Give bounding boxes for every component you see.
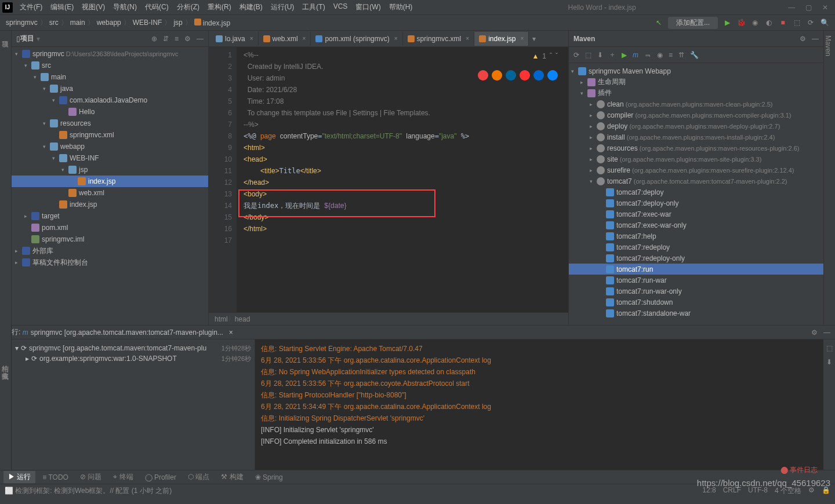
code-line[interactable]: <%@ page contentType="text/html;charset=… [244, 130, 568, 142]
select-open-icon[interactable]: ⊕ [151, 35, 157, 43]
maximize-icon[interactable]: ▢ [805, 3, 812, 12]
maven-tree-row[interactable]: ▸site (org.apache.maven.plugins:maven-si… [569, 154, 823, 165]
editor-bc-item[interactable]: html [215, 315, 228, 323]
search-icon[interactable]: 🔍 [820, 18, 829, 27]
code-line[interactable]: Time: 17:08 [244, 96, 568, 107]
menu-item[interactable]: 文件(F) [16, 1, 46, 13]
breadcrumb-item[interactable]: springmvc [6, 19, 38, 27]
bottom-tab[interactable]: ⊘ 问题 [75, 471, 106, 483]
maven-tree-row[interactable]: ▸clean (org.apache.maven.plugins:maven-c… [569, 98, 823, 109]
menu-item[interactable]: VCS [330, 1, 351, 13]
editor-breadcrumb[interactable]: html 〉 head [209, 312, 568, 325]
right-tool-strip[interactable]: Maven [823, 31, 835, 325]
soft-wrap-icon[interactable]: ⬚ [826, 344, 833, 352]
collapse-icon[interactable]: ≡ [175, 35, 179, 43]
menu-item[interactable]: 窗口(W) [352, 1, 384, 13]
tab-list-icon[interactable]: ▾ [532, 35, 536, 43]
bottom-tab[interactable]: ◯ Profiler [140, 472, 181, 483]
tree-row[interactable]: ▾springmvc D:\Users\23638\IdeaProjects\s… [12, 48, 208, 60]
tree-row[interactable]: ▸target [12, 210, 208, 222]
vcs-icon[interactable]: ⬚ [792, 18, 801, 27]
settings-icon[interactable]: 🔧 [690, 51, 699, 59]
next-highlight-icon[interactable]: ˇ [556, 50, 558, 62]
run-tab-title[interactable]: springmvc [org.apache.tomcat.maven:tomca… [31, 328, 223, 337]
code-line[interactable]: To change this template use File | Setti… [244, 107, 568, 119]
maven-tree-row[interactable]: ▸surefire (org.apache.maven.plugins:mave… [569, 165, 823, 176]
run-maven-icon[interactable]: ▶ [622, 51, 627, 59]
bottom-tab[interactable]: ▶ 运行 [3, 471, 35, 483]
code-line[interactable]: </head> [244, 177, 568, 188]
toggle-skip-icon[interactable]: ◉ [657, 51, 663, 59]
maven-tree-row[interactable]: tomcat7:standalone-war [569, 308, 823, 319]
editor-tab[interactable]: pom.xml (springmvc)× [311, 32, 402, 46]
code-line[interactable]: <body> [244, 188, 568, 200]
warning-icon[interactable]: ▲ [532, 50, 539, 62]
tree-row[interactable]: Hello [12, 106, 208, 118]
tree-row[interactable]: ▾WEB-INF [12, 152, 208, 164]
bottom-tab[interactable]: ⚒ 构建 [216, 471, 248, 483]
prev-highlight-icon[interactable]: ˆ [550, 50, 552, 62]
code-line[interactable]: </body> [244, 211, 568, 223]
debug-icon[interactable]: 🐞 [736, 18, 746, 27]
maven-tree-row[interactable]: tomcat7:shutdown [569, 297, 823, 308]
chrome-icon[interactable] [478, 70, 488, 81]
edge-icon[interactable] [547, 70, 558, 81]
hide-icon[interactable]: — [812, 35, 819, 43]
maven-tree-row[interactable]: ▸deploy (org.apache.maven.plugins:maven-… [569, 120, 823, 132]
browser-icons[interactable] [478, 70, 558, 81]
scroll-end-icon[interactable]: ⬇ [826, 358, 832, 366]
hide-icon[interactable]: — [197, 35, 204, 43]
stop-icon[interactable]: ■ [778, 18, 787, 27]
bottom-tab[interactable]: ❀ Spring [251, 472, 288, 483]
ie-icon[interactable] [533, 70, 544, 81]
tree-row[interactable]: springmvc.xml [12, 129, 208, 141]
safari-icon[interactable] [506, 70, 516, 81]
left-tool-strip[interactable]: 项目 [0, 31, 12, 325]
tree-row[interactable]: ▾java [12, 83, 208, 94]
maven-tree-row[interactable]: ▾springmvc Maven Webapp [569, 65, 823, 76]
maven-tree-row[interactable]: tomcat7:exec-war-only [569, 220, 823, 231]
tree-row[interactable]: ▸外部库 [12, 245, 208, 257]
code-line[interactable]: <html> [244, 142, 568, 154]
tree-row[interactable]: index.jsp [12, 176, 208, 187]
tree-row[interactable]: ▾webapp [12, 141, 208, 152]
maven-tree-row[interactable]: ▸生命周期 [569, 76, 823, 87]
tree-row[interactable]: springmvc.iml [12, 233, 208, 245]
tree-row[interactable]: index.jsp [12, 199, 208, 210]
download-icon[interactable]: ⬇ [597, 51, 603, 59]
maven-tree-row[interactable]: ▸install (org.apache.maven.plugins:maven… [569, 132, 823, 143]
maven-tree-row[interactable]: tomcat7:redeploy [569, 242, 823, 253]
code-line[interactable]: <head> [244, 154, 568, 165]
menu-item[interactable]: 运行(U) [267, 1, 298, 13]
menu-item[interactable]: 导航(N) [110, 1, 140, 13]
code-line[interactable]: <%-- [244, 49, 568, 61]
tree-row[interactable]: ▾com.xiaolaodi.JavaDemo [12, 94, 208, 106]
editor-bc-item[interactable]: head [235, 315, 251, 323]
maven-tree-row[interactable]: ▾插件 [569, 87, 823, 98]
editor-tab[interactable]: springmvc.xml× [403, 32, 475, 46]
run-tree-child[interactable]: ▸⟳ org.example:springmvc:war:1.0-SNAPSHO… [15, 353, 251, 364]
add-icon[interactable]: ＋ [609, 50, 616, 60]
tree-row[interactable]: ▾resources [12, 118, 208, 129]
maven-tree-row[interactable]: tomcat7:deploy [569, 187, 823, 198]
editor-tab[interactable]: web.xml× [259, 32, 311, 46]
menu-item[interactable]: 构建(B) [236, 1, 266, 13]
tree-row[interactable]: web.xml [12, 187, 208, 199]
bottom-tab[interactable]: ≡ TODO [38, 472, 73, 483]
dropdown-icon[interactable]: ▾ [37, 35, 40, 43]
build-hammer-icon[interactable]: ↖ [654, 18, 663, 27]
maven-tree-row[interactable]: ▸compiler (org.apache.maven.plugins:mave… [569, 109, 823, 120]
tree-row[interactable]: pom.xml [12, 222, 208, 233]
update-icon[interactable]: ⟳ [806, 18, 815, 27]
bottom-tab[interactable]: ⬡ 端点 [183, 471, 214, 483]
expand-icon[interactable]: ⇵ [163, 35, 169, 43]
toggle-offline-icon[interactable]: ⫬ [644, 51, 651, 59]
maven-tree-row[interactable]: ▸resources (org.apache.maven.plugins:mav… [569, 143, 823, 154]
reload-icon[interactable]: ⟳ [573, 51, 579, 59]
left-bottom-strip[interactable]: 结构 收藏夹 [0, 325, 12, 470]
gear-icon[interactable]: ⚙ [811, 328, 818, 337]
close-tab-icon[interactable]: × [229, 328, 233, 337]
profile-icon[interactable]: ◐ [764, 18, 774, 27]
breadcrumb-item[interactable]: index.jsp [194, 19, 230, 27]
menu-item[interactable]: 视图(V) [78, 1, 108, 13]
